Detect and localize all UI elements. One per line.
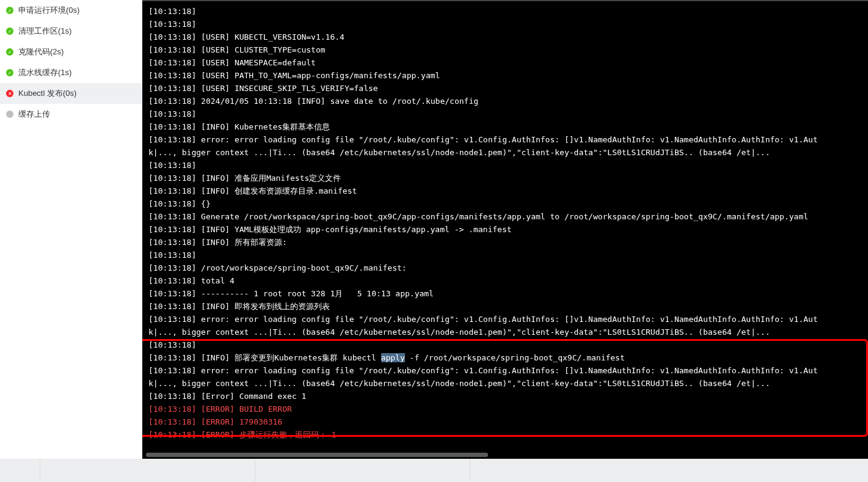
log-line: [10:13:18] error: error loading config f… [148,313,862,326]
log-line: [10:13:18] [INFO] Kubernetes集群基本信息 [148,120,862,133]
footer-cell [255,459,470,482]
footer-cell [0,459,40,482]
pipeline-step[interactable]: ✕Kubectl 发布(0s) [0,83,142,104]
pipeline-step[interactable]: ✓申请运行环境(0s) [0,0,142,21]
log-line: [10:13:18] 2024/01/05 10:13:18 [INFO] sa… [148,95,862,108]
pipeline-step[interactable]: 缓存上传 [0,104,142,125]
log-line: k|..., bigger context ...|Ti... (base64 … [148,146,862,159]
log-line: [10:13:18] Generate /root/workspace/spri… [148,210,862,223]
log-line: [10:13:18] error: error loading config f… [148,133,862,146]
console-log[interactable]: [10:13:18][10:13:18][10:13:18] [USER] KU… [142,1,868,451]
log-line: [10:13:18] [Error] Command exec 1 [148,390,862,403]
pipeline-step[interactable]: ✓流水线缓存(1s) [0,62,142,83]
log-line: [10:13:18] [148,159,862,172]
log-line: [10:13:18] [INFO] 所有部署资源: [148,236,862,249]
log-line: [10:13:18] [USER] PATH_TO_YAML=app-confi… [148,69,862,82]
horizontal-scrollbar-thumb[interactable] [146,453,488,457]
log-line: [10:13:18] [148,5,862,18]
pipeline-step-label: 流水线缓存(1s) [18,67,71,78]
log-line: [10:13:18] {} [148,197,862,210]
success-icon: ✓ [6,48,13,56]
log-line: [10:13:18] [148,108,862,120]
log-line: [10:13:18] [148,338,862,351]
log-line: [10:13:18] [ERROR] 步骤运行失败，返回码： 1 [148,428,862,441]
log-line: [10:13:18] [USER] CLUSTER_TYPE=custom [148,43,862,56]
footer-cell [470,459,868,482]
log-line: k|..., bigger context ...|Ti... (base64 … [148,377,862,390]
success-icon: ✓ [6,69,13,76]
footer-cell [40,459,255,482]
pipeline-steps-sidebar: ✓申请运行环境(0s)✓清理工作区(1s)✓克隆代码(2s)✓流水线缓存(1s)… [0,0,142,459]
log-line: [10:13:18] ---------- 1 root root 328 1月… [148,287,862,300]
log-line: k|..., bigger context ...|Ti... (base64 … [148,326,862,338]
success-icon: ✓ [6,7,13,14]
log-line: [10:13:18] /root/workspace/spring-boot_q… [148,261,862,274]
log-line: [10:13:18] [148,249,862,261]
pipeline-step-label: 克隆代码(2s) [18,46,64,57]
pipeline-step-label: 缓存上传 [18,109,50,120]
log-line: [10:13:18] [USER] NAMESPACE=default [148,56,862,69]
error-icon: ✕ [6,90,13,97]
pipeline-step[interactable]: ✓克隆代码(2s) [0,42,142,62]
horizontal-scrollbar[interactable] [142,451,868,459]
pipeline-step[interactable]: ✓清理工作区(1s) [0,21,142,42]
log-line: [10:13:18] [ERROR] 179030316 [148,415,862,428]
log-line: [10:13:18] [148,18,862,31]
log-line: [10:13:18] [USER] KUBECTL_VERSION=v1.16.… [148,31,862,43]
log-text: -f /root/workspace/spring-boot_qx9C/.man… [405,353,625,362]
log-line: [10:13:18] total 4 [148,274,862,287]
log-line: [10:13:18] [USER] INSECURE_SKIP_TLS_VERI… [148,82,862,95]
log-text: [10:13:18] [INFO] 部署变更到Kubernetes集群 kube… [148,353,381,362]
main-row: ✓申请运行环境(0s)✓清理工作区(1s)✓克隆代码(2s)✓流水线缓存(1s)… [0,0,868,459]
pipeline-step-label: 申请运行环境(0s) [18,5,79,16]
log-line: [10:13:18] error: error loading config f… [148,364,862,377]
log-line: [10:13:18] [INFO] 创建发布资源缓存目录.manifest [148,184,862,197]
log-line: [10:13:18] [INFO] 部署变更到Kubernetes集群 kube… [148,351,862,364]
log-line: [10:13:18] [ERROR] BUILD ERROR [148,403,862,415]
log-line: [10:13:18] [INFO] 即将发布到线上的资源列表 [148,300,862,313]
pipeline-step-label: Kubectl 发布(0s) [18,88,76,99]
footer-bar [0,459,868,482]
log-line: [10:13:18] [INFO] 准备应用Manifests定义文件 [148,172,862,184]
log-line: [10:13:18] [INFO] YAML模板处理成功 app-configs… [148,223,862,236]
pending-icon [6,111,13,118]
success-icon: ✓ [6,27,13,35]
selected-text: apply [381,353,405,362]
pipeline-step-label: 清理工作区(1s) [18,26,71,37]
console-panel: [10:13:18][10:13:18][10:13:18] [USER] KU… [142,0,868,459]
